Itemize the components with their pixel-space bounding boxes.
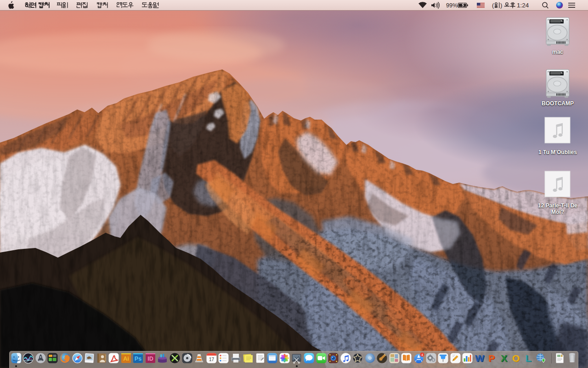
svg-text:O: O	[512, 353, 520, 363]
svg-text:P: P	[488, 353, 495, 363]
svg-text:L: L	[525, 353, 531, 363]
svg-text:1:24: 1:24	[517, 2, 529, 9]
svg-text:99%: 99%	[446, 2, 458, 9]
svg-text:4: 4	[421, 353, 423, 357]
svg-text:(: (	[492, 2, 494, 9]
svg-text:): )	[500, 2, 502, 9]
svg-text:W: W	[475, 353, 484, 363]
svg-text:Ps: Ps	[135, 356, 141, 362]
svg-text:X: X	[501, 353, 507, 363]
svg-text:Ai: Ai	[123, 356, 129, 362]
svg-text:17: 17	[209, 357, 215, 362]
svg-text:ID: ID	[147, 356, 153, 362]
